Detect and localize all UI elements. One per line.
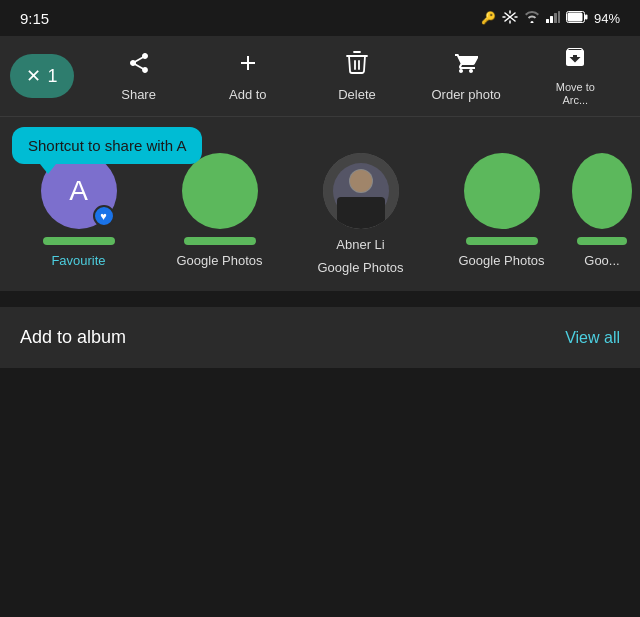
svg-rect-0 bbox=[546, 19, 549, 23]
contact-google-photos-1[interactable]: Google Photos bbox=[149, 153, 290, 275]
archive-label: Move toArc... bbox=[556, 81, 595, 107]
contact-google-photos-2[interactable]: Google Photos bbox=[431, 153, 572, 275]
battery-icon bbox=[566, 11, 588, 26]
add-to-album-label: Add to album bbox=[20, 327, 126, 348]
abner-li-label: Google Photos bbox=[317, 260, 403, 275]
google-photos-1-label: Google Photos bbox=[176, 253, 262, 268]
archive-icon bbox=[563, 45, 587, 75]
google-photos-3-label: Goo... bbox=[584, 253, 619, 268]
contacts-row: A ♥ Favourite Google Photos bbox=[0, 153, 640, 275]
svg-rect-6 bbox=[567, 12, 582, 21]
svg-rect-3 bbox=[558, 11, 560, 23]
contact-avatar-gp2 bbox=[464, 153, 540, 229]
contact-avatar-container-gp2 bbox=[464, 153, 540, 229]
gp1-name-bar bbox=[184, 237, 256, 245]
key-icon: 🔑 bbox=[481, 11, 496, 25]
gp2-name-bar bbox=[466, 237, 538, 245]
add-to-button[interactable]: Add to bbox=[213, 51, 283, 102]
svg-point-12 bbox=[350, 170, 372, 192]
share-tooltip: Shortcut to share with A bbox=[12, 127, 202, 164]
svg-rect-11 bbox=[337, 197, 385, 229]
delete-label: Delete bbox=[338, 87, 376, 102]
action-buttons-row: Share Add to Delete bbox=[74, 45, 630, 107]
svg-rect-1 bbox=[550, 16, 553, 23]
order-photo-button[interactable]: Order photo bbox=[431, 51, 501, 102]
contact-avatar-container-abner bbox=[323, 153, 399, 229]
close-selection-icon[interactable]: ✕ bbox=[26, 65, 41, 87]
favourite-name-bar bbox=[43, 237, 115, 245]
move-archive-button[interactable]: Move toArc... bbox=[540, 45, 610, 107]
contact-avatar-gp3 bbox=[572, 153, 632, 229]
action-bar: ✕ 1 Share Add to bbox=[0, 36, 640, 116]
avatar-letter: A bbox=[69, 175, 88, 207]
mute-icon bbox=[502, 10, 518, 27]
gp3-name-bar bbox=[577, 237, 627, 245]
favourite-label: Favourite bbox=[51, 253, 105, 268]
battery-percent: 94% bbox=[594, 11, 620, 26]
abner-photo-svg bbox=[323, 153, 399, 229]
heart-badge: ♥ bbox=[93, 205, 115, 227]
contact-avatar-gp1 bbox=[182, 153, 258, 229]
signal-icon bbox=[546, 11, 560, 26]
share-icon bbox=[127, 51, 151, 81]
contact-google-photos-3[interactable]: Goo... bbox=[572, 153, 632, 275]
delete-icon bbox=[346, 51, 368, 81]
order-photo-label: Order photo bbox=[431, 87, 500, 102]
add-to-label: Add to bbox=[229, 87, 267, 102]
view-all-button[interactable]: View all bbox=[565, 329, 620, 347]
status-time: 9:15 bbox=[20, 10, 49, 27]
share-button[interactable]: Share bbox=[104, 51, 174, 102]
delete-button[interactable]: Delete bbox=[322, 51, 392, 102]
add-icon bbox=[236, 51, 260, 81]
status-icons: 🔑 bbox=[481, 10, 620, 27]
cart-icon bbox=[454, 51, 478, 81]
heart-icon: ♥ bbox=[100, 210, 107, 222]
selection-count: 1 bbox=[47, 66, 57, 87]
share-label: Share bbox=[121, 87, 156, 102]
google-photos-2-label: Google Photos bbox=[458, 253, 544, 268]
contact-favourite[interactable]: A ♥ Favourite bbox=[8, 153, 149, 275]
contacts-section: Shortcut to share with A A ♥ Favourite G… bbox=[0, 117, 640, 291]
status-bar: 9:15 🔑 bbox=[0, 0, 640, 36]
section-gap bbox=[0, 291, 640, 299]
contact-avatar-container-gp3 bbox=[572, 153, 632, 229]
svg-rect-2 bbox=[554, 13, 557, 23]
selection-badge[interactable]: ✕ 1 bbox=[10, 54, 74, 98]
wifi-icon bbox=[524, 11, 540, 26]
contact-avatar-abner bbox=[323, 153, 399, 229]
bottom-section: Add to album View all bbox=[0, 307, 640, 368]
tooltip-text: Shortcut to share with A bbox=[28, 137, 186, 154]
contact-abner-li[interactable]: Abner Li Google Photos bbox=[290, 153, 431, 275]
contact-avatar-container-gp1 bbox=[182, 153, 258, 229]
abner-li-name: Abner Li bbox=[336, 237, 384, 252]
svg-rect-5 bbox=[585, 14, 588, 19]
